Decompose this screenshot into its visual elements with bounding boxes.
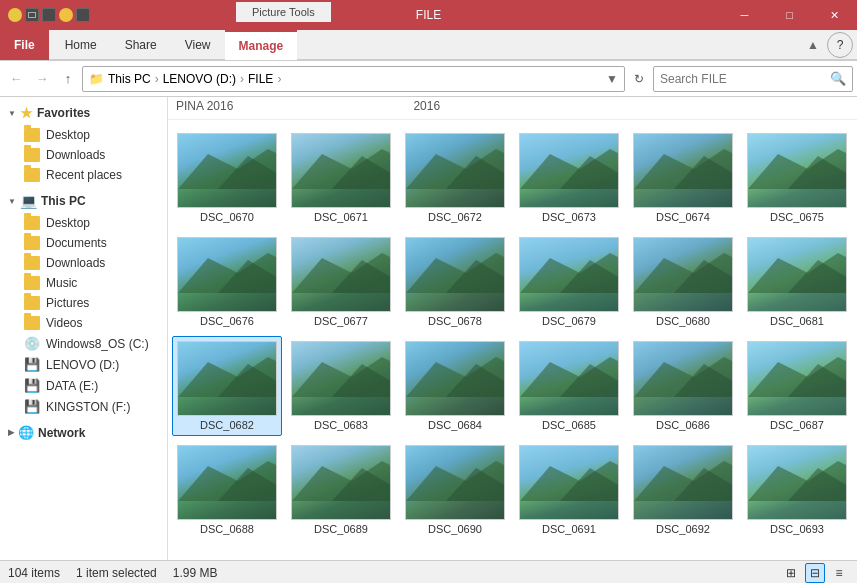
image-item[interactable]: DSC_0693	[742, 440, 852, 540]
sidebar-item-label: Downloads	[46, 148, 105, 162]
image-item[interactable]: DSC_0681	[742, 232, 852, 332]
extra-large-icons-view-btn[interactable]: ⊞	[781, 563, 801, 583]
ribbon: File Home Share View Manage ▲ ?	[0, 30, 857, 61]
title-bar: Picture Tools FILE ─ □ ✕	[0, 0, 857, 30]
image-item[interactable]: DSC_0683	[286, 336, 396, 436]
sidebar-item-lenovo-d[interactable]: 💾 LENOVO (D:)	[0, 354, 167, 375]
image-thumbnail	[633, 445, 733, 520]
close-button[interactable]: ✕	[812, 0, 857, 30]
sidebar-item-documents[interactable]: Documents	[0, 233, 167, 253]
image-item[interactable]: DSC_0674	[628, 128, 738, 228]
image-label: DSC_0688	[200, 523, 254, 535]
picture-tools-tab: Picture Tools	[236, 0, 331, 22]
refresh-button[interactable]: ↻	[627, 67, 651, 91]
content-area: PINA 2016 2016 DSC_0670DSC_0671DSC_0672D…	[168, 97, 857, 560]
image-item[interactable]: DSC_0672	[400, 128, 510, 228]
back-button[interactable]: ←	[4, 67, 28, 91]
image-label: DSC_0686	[656, 419, 710, 431]
image-item[interactable]: DSC_0670	[172, 128, 282, 228]
search-box[interactable]: 🔍	[653, 66, 853, 92]
sidebar-item-label: Desktop	[46, 216, 90, 230]
help-button[interactable]: ?	[827, 32, 853, 58]
sidebar-favorites-label: Favorites	[37, 106, 90, 120]
image-item[interactable]: DSC_0676	[172, 232, 282, 332]
address-folder-icon: 📁	[89, 72, 104, 86]
image-item[interactable]: DSC_0675	[742, 128, 852, 228]
sidebar-item-downloads-fav[interactable]: Downloads	[0, 145, 167, 165]
folder-icon	[24, 148, 40, 162]
sidebar-item-kingston-f[interactable]: 💾 KINGSTON (F:)	[0, 396, 167, 417]
search-icon: 🔍	[830, 71, 846, 86]
sidebar-item-data-e[interactable]: 💾 DATA (E:)	[0, 375, 167, 396]
sidebar-item-windows-c[interactable]: 💿 Windows8_OS (C:)	[0, 333, 167, 354]
image-label: DSC_0689	[314, 523, 368, 535]
favorites-star-icon: ★	[20, 105, 33, 121]
folder-icon	[24, 316, 40, 330]
sidebar-network-header[interactable]: ▶ 🌐 Network	[0, 421, 167, 444]
image-label: DSC_0687	[770, 419, 824, 431]
sidebar-item-recent-fav[interactable]: Recent places	[0, 165, 167, 185]
large-icons-view-btn[interactable]: ⊟	[805, 563, 825, 583]
up-button[interactable]: ↑	[56, 67, 80, 91]
image-label: DSC_0691	[542, 523, 596, 535]
sidebar-item-label: Desktop	[46, 128, 90, 142]
image-item[interactable]: DSC_0688	[172, 440, 282, 540]
image-label: DSC_0673	[542, 211, 596, 223]
image-item[interactable]: DSC_0677	[286, 232, 396, 332]
sidebar-item-videos[interactable]: Videos	[0, 313, 167, 333]
image-item[interactable]: DSC_0678	[400, 232, 510, 332]
image-item[interactable]: DSC_0682	[172, 336, 282, 436]
favorites-triangle-icon: ▼	[8, 109, 16, 118]
tab-home[interactable]: Home	[51, 30, 111, 60]
image-label: DSC_0681	[770, 315, 824, 327]
sidebar-item-downloads-pc[interactable]: Downloads	[0, 253, 167, 273]
image-label: DSC_0671	[314, 211, 368, 223]
sidebar-item-desktop-pc[interactable]: Desktop	[0, 213, 167, 233]
image-thumbnail	[633, 341, 733, 416]
sidebar-item-pictures[interactable]: Pictures	[0, 293, 167, 313]
image-label: DSC_0684	[428, 419, 482, 431]
sidebar-item-music[interactable]: Music	[0, 273, 167, 293]
ribbon-collapse-button[interactable]: ▲	[799, 38, 827, 52]
network-icon: 🌐	[18, 425, 34, 440]
tab-file[interactable]: File	[0, 30, 49, 60]
image-thumbnail	[291, 445, 391, 520]
sidebar-network-section: ▶ 🌐 Network	[0, 421, 167, 444]
image-item[interactable]: DSC_0680	[628, 232, 738, 332]
image-item[interactable]: DSC_0686	[628, 336, 738, 436]
minimize-button[interactable]: ─	[722, 0, 767, 30]
image-item[interactable]: DSC_0679	[514, 232, 624, 332]
address-bar[interactable]: 📁 This PC › LENOVO (D:) › FILE › ▼	[82, 66, 625, 92]
image-label: DSC_0690	[428, 523, 482, 535]
image-thumbnail	[633, 237, 733, 312]
sidebar-favorites-header[interactable]: ▼ ★ Favorites	[0, 101, 167, 125]
image-item[interactable]: DSC_0684	[400, 336, 510, 436]
sidebar-item-label: Videos	[46, 316, 82, 330]
image-label: DSC_0674	[656, 211, 710, 223]
details-view-btn[interactable]: ≡	[829, 563, 849, 583]
tab-view[interactable]: View	[171, 30, 225, 60]
maximize-button[interactable]: □	[767, 0, 812, 30]
image-item[interactable]: DSC_0687	[742, 336, 852, 436]
sidebar-thispc-header[interactable]: ▼ 💻 This PC	[0, 189, 167, 213]
image-label: DSC_0680	[656, 315, 710, 327]
image-label: DSC_0672	[428, 211, 482, 223]
image-item[interactable]: DSC_0685	[514, 336, 624, 436]
image-item[interactable]: DSC_0691	[514, 440, 624, 540]
image-thumbnail	[177, 133, 277, 208]
tab-share[interactable]: Share	[111, 30, 171, 60]
main-area: ▼ ★ Favorites Desktop Downloads Recent p…	[0, 97, 857, 560]
thispc-triangle-icon: ▼	[8, 197, 16, 206]
drive-icon: 💾	[24, 357, 40, 372]
image-item[interactable]: DSC_0689	[286, 440, 396, 540]
sidebar-item-desktop-fav[interactable]: Desktop	[0, 125, 167, 145]
address-dropdown-icon[interactable]: ▼	[606, 72, 618, 86]
image-thumbnail	[519, 341, 619, 416]
image-item[interactable]: DSC_0673	[514, 128, 624, 228]
tab-manage[interactable]: Manage	[225, 30, 298, 60]
search-input[interactable]	[660, 72, 826, 86]
forward-button[interactable]: →	[30, 67, 54, 91]
image-item[interactable]: DSC_0690	[400, 440, 510, 540]
image-item[interactable]: DSC_0671	[286, 128, 396, 228]
image-item[interactable]: DSC_0692	[628, 440, 738, 540]
